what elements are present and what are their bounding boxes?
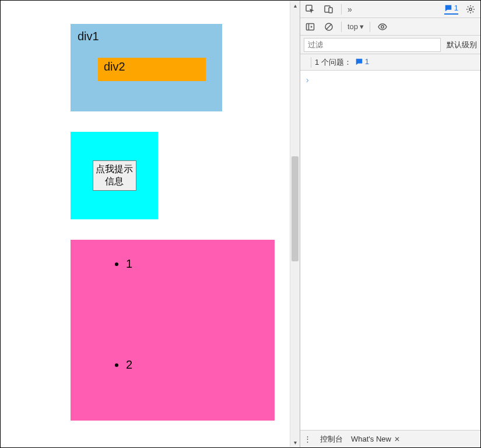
console-prompt: ›	[306, 75, 309, 85]
toolbar-divider	[311, 57, 311, 68]
close-icon[interactable]: ✕	[394, 435, 400, 443]
toolbar-divider	[341, 22, 342, 32]
tab-whatsnew-label: What's New	[351, 435, 391, 443]
scroll-down-button[interactable]: ▾	[290, 438, 300, 447]
div1-box: div1 div2	[71, 24, 222, 111]
page-content: div1 div2 点我提示信息 1 2	[1, 1, 275, 421]
chevron-down-icon: ▾	[360, 22, 364, 31]
list-item: 2	[126, 358, 275, 372]
devtools-drawer-tabs: ⋮ 控制台 What's New ✕	[300, 430, 480, 447]
clear-console-icon[interactable]	[322, 20, 335, 33]
svg-point-3	[469, 8, 472, 10]
device-toggle-icon[interactable]	[322, 3, 335, 16]
scroll-track[interactable]	[290, 10, 300, 438]
log-levels-dropdown[interactable]: 默认级别	[447, 40, 477, 50]
svg-rect-2	[329, 8, 332, 13]
issues-label: 1 个问题：	[315, 57, 352, 68]
console-body[interactable]: ›	[300, 71, 480, 430]
scroll-thumb[interactable]	[292, 156, 299, 261]
live-expression-icon[interactable]	[376, 20, 389, 33]
app-root: div1 div2 点我提示信息 1 2 ▴ ▾	[0, 0, 481, 448]
issues-badge[interactable]: 1	[355, 57, 369, 67]
pink-list: 1 2	[71, 240, 275, 372]
sidebar-toggle-icon[interactable]	[304, 20, 317, 33]
tab-whatsnew[interactable]: What's New ✕	[351, 435, 400, 443]
pink-scroll-box[interactable]: 1 2	[71, 240, 275, 421]
devtools-panel: » 1 top ▾	[300, 1, 480, 447]
list-item: 1	[126, 257, 275, 271]
page-scrollbar[interactable]: ▴ ▾	[290, 1, 300, 447]
context-dropdown[interactable]: top ▾	[347, 22, 364, 31]
messages-count: 1	[454, 4, 458, 12]
filter-input[interactable]	[304, 38, 441, 52]
page-pane: div1 div2 点我提示信息 1 2	[1, 1, 290, 447]
tab-console-label: 控制台	[320, 434, 343, 444]
div1-label: div1	[78, 30, 215, 43]
issues-count: 1	[365, 57, 369, 66]
drawer-menu-icon[interactable]: ⋮	[304, 435, 312, 443]
cyan-box: 点我提示信息	[71, 132, 158, 219]
context-dropdown-label: top	[347, 22, 358, 31]
tab-console[interactable]: 控制台	[320, 434, 343, 444]
inspect-icon[interactable]	[304, 3, 317, 16]
toolbar-divider	[370, 22, 370, 32]
div2-box: div2	[98, 58, 206, 81]
console-filter-row: 默认级别	[300, 36, 480, 54]
overflow-tabs-icon[interactable]: »	[347, 5, 352, 14]
alert-button[interactable]: 点我提示信息	[93, 160, 136, 191]
issues-row: 1 个问题： 1	[300, 54, 480, 71]
settings-icon[interactable]	[464, 3, 477, 16]
devtools-main-toolbar: » 1	[300, 1, 480, 18]
toolbar-divider	[341, 4, 342, 15]
svg-line-7	[326, 24, 331, 29]
svg-point-8	[381, 25, 384, 28]
console-toolbar: top ▾	[300, 18, 480, 36]
svg-rect-4	[307, 23, 314, 30]
scroll-up-button[interactable]: ▴	[290, 1, 300, 10]
messages-badge[interactable]: 1	[444, 4, 458, 15]
